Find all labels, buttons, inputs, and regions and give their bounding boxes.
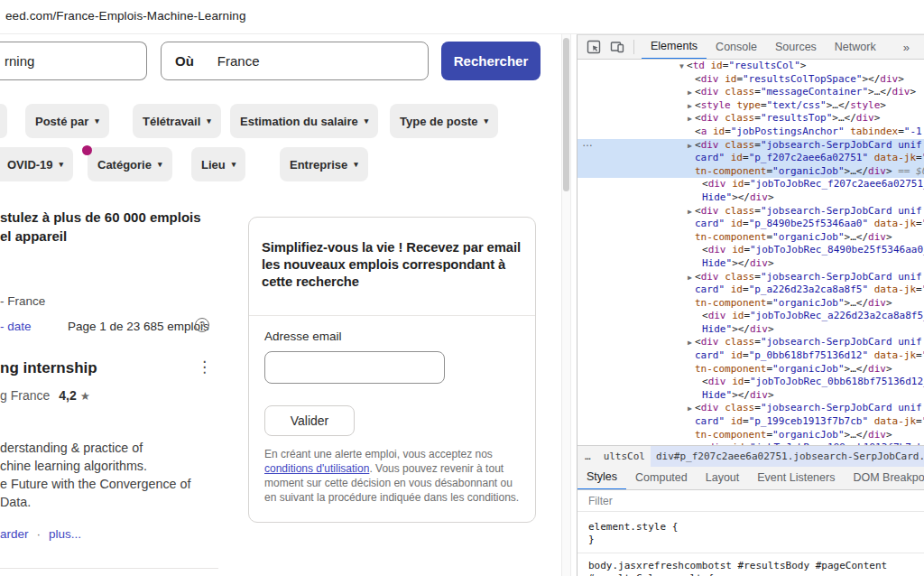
- devtools-tree-line[interactable]: ▶<div class="jobsearch-SerpJobCard unif: [578, 336, 924, 349]
- url-text[interactable]: eed.com/France-Emplois-Machine-Learning: [5, 9, 246, 23]
- styles-tab-styles[interactable]: Styles: [578, 467, 626, 490]
- devtools-tab-elements[interactable]: Elements: [642, 35, 707, 60]
- devtools-toolbar: ElementsConsoleSourcesNetwork »: [578, 35, 924, 60]
- style-rule-line: }: [578, 534, 924, 546]
- where-search-field[interactable]: Où France: [161, 42, 429, 80]
- devtools-tree-line[interactable]: tn-component="organicJob">…</div>: [578, 297, 924, 311]
- selected-node-menu-icon[interactable]: …: [582, 136, 593, 149]
- screen: eed.com/France-Emplois-Machine-Learning …: [0, 0, 924, 576]
- save-job-link[interactable]: arder: [0, 527, 29, 541]
- collapsed-arrow-icon[interactable]: ▶: [688, 206, 695, 219]
- scrollbar-thumb[interactable]: [563, 38, 569, 191]
- expanded-arrow-icon[interactable]: ▼: [679, 60, 687, 74]
- collapsed-arrow-icon[interactable]: ▶: [688, 140, 695, 153]
- filter-pill-entreprise[interactable]: Entreprise▾: [280, 147, 368, 181]
- filter-pill-lieu[interactable]: Lieu▾: [191, 147, 245, 181]
- devtools-tree-line[interactable]: card" id="p_f207c2aee6a02751" data-jk=": [578, 152, 924, 165]
- chevron-down-icon: ▾: [484, 116, 488, 125]
- devtools-tree-line[interactable]: card" id="p_0bb618bf75136d12" data-jk="0: [578, 349, 924, 363]
- devtools-tree-line[interactable]: Hide"></div>: [578, 389, 924, 403]
- more-tabs-icon[interactable]: »: [903, 41, 910, 54]
- promo-text: stulez à plus de 60 000 emplois el appar…: [0, 208, 201, 246]
- filter-pill-label: Catégorie: [97, 158, 152, 172]
- filter-pill-post-par[interactable]: Posté par▾: [25, 104, 109, 138]
- devtools-tree-line[interactable]: tn-component="organicJob">…</div>: [578, 363, 924, 376]
- filter-pill-cutoff[interactable]: [0, 104, 7, 138]
- styles-tab-layout[interactable]: Layout: [697, 467, 749, 490]
- conditions-link[interactable]: conditions d'utilisation: [264, 462, 369, 475]
- toolbar-separator: [633, 40, 634, 54]
- more-actions-link[interactable]: plus...: [49, 527, 81, 541]
- breadcrumb-parent[interactable]: ultsCol: [598, 451, 651, 462]
- devtools-tree-line[interactable]: ▶<div class="jobsearch-SerpJobCard unif: [578, 271, 924, 284]
- collapsed-arrow-icon[interactable]: ▶: [688, 100, 695, 114]
- collapsed-arrow-icon[interactable]: ▶: [688, 113, 695, 126]
- collapsed-arrow-icon[interactable]: ▶: [688, 337, 695, 350]
- devtools-tab-sources[interactable]: Sources: [766, 35, 826, 60]
- devtools-tree-line[interactable]: card" id="p_a226d23a2ca8a8f5" data-jk=": [578, 283, 924, 297]
- job-company-row: g France4,2★: [0, 388, 90, 403]
- devtools-tree-line[interactable]: ▶<div class="jobsearch-SerpJobCard unif: [578, 402, 924, 415]
- what-search-input[interactable]: [0, 42, 147, 80]
- filter-pill-estimation-du-salaire[interactable]: Estimation du salaire▾: [230, 104, 378, 138]
- sort-by-date-link[interactable]: - date: [0, 320, 32, 333]
- collapsed-arrow-icon[interactable]: ▶: [688, 272, 695, 285]
- devtools-breadcrumbs: … ultsCol div#p_f207c2aee6a02751.jobsear…: [578, 445, 924, 467]
- breadcrumb-overflow[interactable]: …: [578, 451, 598, 462]
- devtools-tree-line[interactable]: Hide"></div>: [578, 191, 924, 205]
- devtools-tree-line[interactable]: <div id="jobToJobRec_8490be25f5346aa0_: [578, 244, 924, 257]
- filter-pill-label: Entreprise: [290, 158, 347, 172]
- devtools-tree-line[interactable]: tn-component="organicJob">…</div> == $0: [578, 165, 924, 179]
- devtools-tree-line[interactable]: ▶<div class="jobsearch-SerpJobCard unif: [578, 205, 924, 218]
- devtools-tree-line[interactable]: ▼<td id="resultsCol">: [578, 60, 924, 73]
- devtools-tree-line[interactable]: tn-component="organicJob">…</div>: [578, 429, 924, 442]
- filter-pill-cat-gorie[interactable]: Catégorie▾: [88, 147, 172, 181]
- styles-tab-event-listeners[interactable]: Event Listeners: [748, 467, 844, 490]
- devtools-tree-line[interactable]: Hide"></div>: [578, 257, 924, 271]
- indeed-results-page: Où France Rechercher Posté par▾Télétrava…: [0, 34, 561, 576]
- next-card-divider: [0, 568, 218, 569]
- valider-button[interactable]: Valider: [264, 405, 355, 436]
- filter-pill-ovid-19[interactable]: OVID-19▾: [0, 147, 73, 181]
- styles-tab-dom-breakpoints[interactable]: DOM Breakpoints: [844, 467, 924, 490]
- devtools-tab-network[interactable]: Network: [826, 35, 885, 60]
- filter-pill-t-l-travail[interactable]: Télétravail▾: [133, 104, 221, 138]
- promo-line: stulez à plus de 60 000 emplois: [0, 208, 201, 227]
- breadcrumb-selected[interactable]: div#p_f207c2aee6a02751.jobsearch-SerpJob…: [651, 446, 924, 467]
- filter-pill-type-de-poste[interactable]: Type de poste▾: [390, 104, 498, 138]
- page-scrollbar[interactable]: [561, 34, 571, 576]
- chevron-down-icon: ▾: [60, 160, 64, 169]
- job-title[interactable]: ng internship: [0, 359, 97, 377]
- browser-address-bar[interactable]: eed.com/France-Emplois-Machine-Learning: [0, 0, 924, 34]
- devtools-tree-line[interactable]: tn-component="organicJob">…</div>: [578, 231, 924, 245]
- device-toolbar-icon[interactable]: [610, 40, 624, 54]
- devtools-tree-line[interactable]: <div id="jobToJobRec_f207c2aee6a02751_: [578, 178, 924, 191]
- devtools-tree-line[interactable]: ▶<div class="messageContainer">…</div>: [578, 86, 924, 99]
- devtools-tree-line[interactable]: Hide"></div>: [578, 323, 924, 337]
- help-icon[interactable]: ?: [195, 318, 209, 332]
- email-label: Adresse email: [264, 330, 342, 343]
- promo-line: el appareil: [0, 227, 201, 246]
- collapsed-arrow-icon[interactable]: ▶: [688, 403, 695, 416]
- email-input[interactable]: [264, 351, 445, 384]
- styles-tab-computed[interactable]: Computed: [626, 467, 697, 490]
- styles-filter-input[interactable]: [578, 495, 776, 507]
- chevron-down-icon: ▾: [207, 116, 211, 125]
- devtools-tree-line[interactable]: ▶<style type="text/css">…</style>: [578, 99, 924, 113]
- devtools-tree-line[interactable]: ▶<div class="jobsearch-SerpJobCard unif: [578, 139, 924, 153]
- devtools-tree-line[interactable]: <div id="jobToJobRec_0bb618bf75136d12_: [578, 376, 924, 389]
- where-label: Où: [175, 53, 194, 69]
- devtools-tree-line[interactable]: <div id="resultsColTopSpace"></div>: [578, 73, 924, 87]
- kebab-menu-icon[interactable]: ⋮: [197, 358, 212, 376]
- devtools-tree-line[interactable]: ▶<div class="resultsTop">…</div>: [578, 112, 924, 125]
- devtools-tree-line[interactable]: <a id="jobPostingsAnchor" tabindex="-1: [578, 125, 924, 139]
- style-rule-line: body.jasxrefreshcombotst #resultsBody #p…: [578, 560, 924, 572]
- search-button[interactable]: Rechercher: [441, 42, 541, 80]
- devtools-tree-line[interactable]: card" id="p_8490be25f5346aa0" data-jk="8: [578, 218, 924, 231]
- collapsed-arrow-icon[interactable]: ▶: [688, 87, 695, 100]
- inspect-element-icon[interactable]: [587, 40, 601, 54]
- devtools-tree-line[interactable]: card" id="p_199ceb1913f7b7cb" data-jk="1: [578, 415, 924, 429]
- devtools-tab-console[interactable]: Console: [707, 35, 766, 60]
- filter-pill-label: Posté par: [35, 115, 88, 128]
- devtools-tree-line[interactable]: <div id="jobToJobRec_a226d23a2ca8a8f5_: [578, 310, 924, 323]
